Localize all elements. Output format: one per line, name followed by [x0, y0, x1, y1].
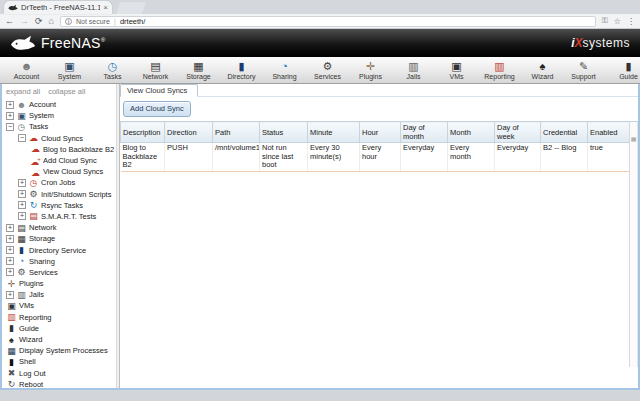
omnibox[interactable]: i Not secure | drteeth/ — [60, 16, 596, 27]
add-cloud-sync-button[interactable]: Add Cloud Sync — [123, 101, 191, 117]
expand-toggle-icon[interactable]: + — [6, 291, 14, 299]
expand-toggle-icon[interactable]: + — [6, 224, 14, 232]
tree-item-storage[interactable]: +Storage — [2, 233, 116, 244]
toolbar-item-reporting[interactable]: Reporting — [479, 60, 520, 81]
tree-item-sharing[interactable]: +Sharing — [2, 256, 116, 267]
tree-item-view-cloud-syncs[interactable]: View Cloud Syncs — [2, 166, 116, 177]
tree-item-display-system-processes[interactable]: Display System Processes — [2, 345, 116, 356]
tree-item-rsync-tasks[interactable]: +Rsync Tasks — [2, 200, 116, 211]
password-key-icon[interactable]: ⚿ — [602, 16, 608, 26]
toolbar-item-guide[interactable]: Guide — [608, 60, 640, 81]
expand-toggle-icon[interactable]: + — [18, 179, 26, 187]
tree-item-label: Services — [29, 268, 58, 277]
toolbar-item-system[interactable]: System — [49, 60, 90, 81]
tree-item-reboot[interactable]: Reboot — [2, 379, 116, 388]
table-row[interactable]: Blog to Backblaze B2PUSH/mnt/volume1/blo… — [121, 143, 630, 172]
toolbar-item-account[interactable]: Account — [6, 60, 47, 81]
home-icon[interactable]: ⌂ — [49, 16, 54, 26]
tree-item-system[interactable]: +System — [2, 110, 116, 121]
collapse-toggle-icon[interactable]: − — [6, 123, 14, 131]
column-header-path[interactable]: Path — [213, 122, 260, 143]
toolbar-item-tasks[interactable]: Tasks — [92, 60, 133, 81]
tree-item-wizard[interactable]: Wizard — [2, 334, 116, 345]
url-text[interactable]: drteeth/ — [120, 17, 145, 26]
column-header-credential[interactable]: Credential — [541, 122, 588, 143]
toolbar-item-support[interactable]: Support — [563, 60, 604, 81]
browser-tab[interactable]: DrTeeth - FreeNAS-11.1- × — [4, 1, 112, 14]
column-header-day-of-month[interactable]: Day of month — [401, 122, 448, 143]
tab-view-cloud-syncs[interactable]: View Cloud Syncs — [120, 84, 198, 97]
expand-toggle-icon[interactable]: + — [6, 268, 14, 276]
expand-toggle-icon[interactable]: + — [18, 212, 26, 220]
tree-item-plugins[interactable]: Plugins — [2, 278, 116, 289]
toolbar-item-storage[interactable]: Storage — [178, 60, 219, 81]
tree-item-cloud-syncs[interactable]: −Cloud Syncs — [2, 133, 116, 144]
tree-item-directory-service[interactable]: +Directory Service — [2, 244, 116, 255]
expand-toggle-icon[interactable]: + — [6, 101, 14, 109]
browser-menu-icon[interactable]: ⋮ — [627, 17, 635, 26]
expand-toggle-icon[interactable]: + — [6, 112, 14, 120]
cell-description: Blog to Backblaze B2 — [121, 143, 165, 172]
tree-item-label: Network — [29, 223, 57, 232]
new-tab-button[interactable] — [116, 2, 146, 14]
column-header-minute[interactable]: Minute — [308, 122, 360, 143]
toolbar-item-plugins[interactable]: Plugins — [350, 60, 391, 81]
tree-item-services[interactable]: +Services — [2, 267, 116, 278]
back-icon[interactable]: ← — [5, 16, 14, 26]
page-info-icon[interactable]: i — [65, 18, 72, 25]
tree-item-label: Cron Jobs — [41, 178, 75, 187]
cell-minute: Every 30 minute(s) — [308, 143, 360, 172]
tree-item-shell[interactable]: Shell — [2, 356, 116, 367]
forward-icon[interactable]: → — [20, 16, 29, 26]
column-header-description[interactable]: Description — [121, 122, 165, 143]
tree-item-cron-jobs[interactable]: +Cron Jobs — [2, 177, 116, 188]
tree-item-vms[interactable]: VMs — [2, 300, 116, 311]
tree-item-blog-to-backblaze-b2[interactable]: Blog to Backblaze B2 — [2, 144, 116, 155]
toolbar-item-sharing[interactable]: Sharing — [264, 60, 305, 81]
tree-item-log-out[interactable]: Log Out — [2, 368, 116, 379]
toolbar-item-label: Guide — [619, 73, 638, 81]
tree-item-jails[interactable]: +Jails — [2, 289, 116, 300]
expand-toggle-icon[interactable]: + — [18, 190, 26, 198]
collapse-all-link[interactable]: collapse all — [48, 87, 85, 96]
tree-item-smart-tests[interactable]: +S.M.A.R.T. Tests — [2, 211, 116, 222]
freenas-logo: FreeNAS® — [10, 35, 105, 51]
tree-item-add-cloud-sync[interactable]: Add Cloud Sync — [2, 155, 116, 166]
bookmark-star-icon[interactable]: ☆ — [614, 17, 621, 26]
column-header-hour[interactable]: Hour — [360, 122, 401, 143]
column-header-direction[interactable]: Direction — [165, 122, 213, 143]
expand-toggle-icon[interactable]: + — [6, 246, 14, 254]
tree-item-label: Directory Service — [29, 246, 86, 255]
expand-toggle-icon[interactable]: + — [6, 235, 14, 243]
toolbar-item-services[interactable]: Services — [307, 60, 348, 81]
expand-toggle-icon[interactable]: + — [6, 257, 14, 265]
toolbar-item-network[interactable]: Network — [135, 60, 176, 81]
reload-icon[interactable]: ⟳ — [35, 16, 43, 26]
column-header-status[interactable]: Status — [260, 122, 308, 143]
toolbar-item-jails[interactable]: Jails — [393, 60, 434, 81]
toolbar-item-wizard[interactable]: Wizard — [522, 60, 563, 81]
column-header-day-of-week[interactable]: Day of week — [495, 122, 541, 143]
toolbar-item-vms[interactable]: VMs — [436, 60, 477, 81]
grid-scrollbar[interactable]: ▦ — [629, 121, 638, 367]
tree-item-reporting[interactable]: Reporting — [2, 312, 116, 323]
tree-item-account[interactable]: +Account — [2, 99, 116, 110]
tree-item-network[interactable]: +Network — [2, 222, 116, 233]
grid-options-icon[interactable]: ▦ — [630, 135, 637, 142]
tree-item-tasks[interactable]: −Tasks — [2, 121, 116, 132]
column-header-enabled[interactable]: Enabled — [588, 122, 630, 143]
tree-item-label: Init/Shutdown Scripts — [41, 190, 111, 199]
expand-toggle-icon[interactable]: + — [18, 201, 26, 209]
column-header-month[interactable]: Month — [448, 122, 495, 143]
guide-icon — [625, 60, 631, 73]
tab-close-icon[interactable]: × — [103, 4, 108, 12]
tasks-icon — [16, 122, 27, 132]
expand-all-link[interactable]: expand all — [6, 87, 40, 96]
storage-icon — [16, 234, 27, 244]
logout-icon — [6, 368, 17, 378]
collapse-toggle-icon[interactable]: − — [18, 134, 26, 142]
tree-item-init-shutdown-scripts[interactable]: +Init/Shutdown Scripts — [2, 189, 116, 200]
toolbar-item-directory[interactable]: Directory — [221, 60, 262, 81]
tree-item-label: Jails — [29, 290, 44, 299]
tree-item-guide[interactable]: Guide — [2, 323, 116, 334]
